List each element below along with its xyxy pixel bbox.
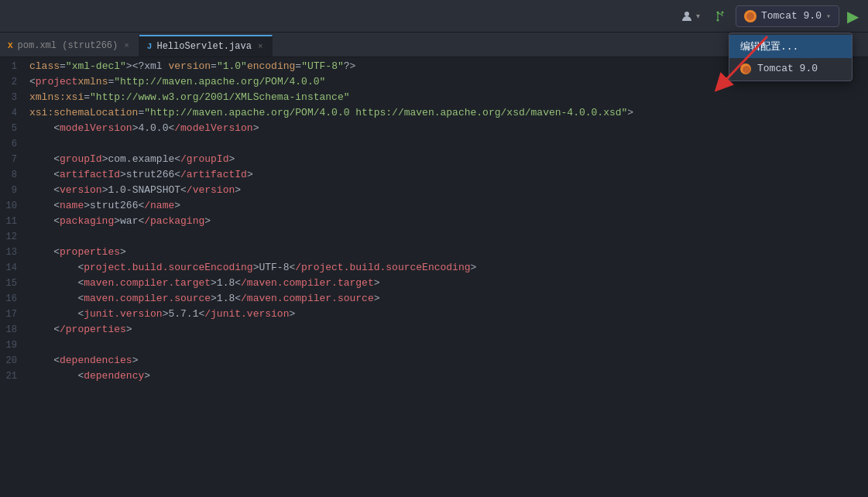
toolbar: ▾ Tomcat 9.0 ▾ ▶ — [0, 0, 868, 33]
code-line-9: <version>1.0-SNAPSHOT</version> — [29, 183, 868, 198]
code-line-7: <groupId>com.example</groupId> — [29, 152, 868, 167]
code-line-14: <project.build.sourceEncoding>UTF-8</pro… — [29, 260, 868, 276]
code-line-19 — [29, 338, 868, 353]
svg-point-0 — [684, 12, 689, 16]
line-number-7: 7 — [0, 152, 20, 167]
code-line-11: <packaging>war</packaging> — [29, 214, 868, 229]
line-number-14: 14 — [0, 260, 20, 276]
line-number-17: 17 — [0, 307, 20, 322]
tab-servlet-label: HelloServlet.java — [156, 41, 251, 52]
svg-point-2 — [721, 11, 723, 13]
line-number-8: 8 — [0, 167, 20, 183]
run-button[interactable]: ▶ — [844, 4, 862, 29]
dropdown-edit-config[interactable]: 编辑配置... — [729, 35, 852, 58]
tab-pom-close[interactable]: × — [122, 41, 131, 50]
svg-point-3 — [716, 19, 719, 21]
run-config-selector[interactable]: Tomcat 9.0 ▾ — [736, 5, 839, 27]
line-number-19: 19 — [0, 338, 20, 353]
line-number-10: 10 — [0, 198, 20, 214]
edit-config-label: 编辑配置... — [740, 39, 798, 53]
run-config-label: Tomcat 9.0 — [761, 10, 822, 22]
account-icon-btn[interactable]: ▾ — [676, 7, 705, 26]
code-line-3: xmlns:xsi="http://www.w3.org/2001/XMLSch… — [29, 90, 868, 105]
code-line-10: <name>strut266</name> — [29, 198, 868, 214]
chevron-down-icon: ▾ — [696, 12, 700, 20]
code-line-16: <maven.compiler.source>1.8</maven.compil… — [29, 291, 868, 307]
code-line-5: <modelVersion>4.0.0</modelVersion> — [29, 121, 868, 136]
line-number-4: 4 — [0, 105, 20, 121]
git-icon-btn[interactable] — [709, 7, 731, 26]
line-number-21: 21 — [0, 368, 20, 384]
line-number-13: −13 — [0, 245, 20, 260]
code-line-13: <properties> — [29, 245, 868, 260]
line-number-9: 9 — [0, 183, 20, 198]
code-line-8: <artifactId>strut266</artifactId> — [29, 167, 868, 183]
tomcat-icon-dropdown — [740, 63, 751, 74]
code-line-18: </properties> — [29, 322, 868, 338]
code-line-21: <dependency> — [29, 368, 868, 384]
xml-icon: X — [8, 41, 13, 50]
code-editor[interactable]: class="xml-decl"><?xml version="1.0" enc… — [23, 57, 868, 497]
line-number-2: −2 — [0, 74, 20, 90]
tomcat9-label: Tomcat 9.0 — [757, 63, 818, 74]
tomcat-icon — [744, 10, 756, 22]
code-line-6 — [29, 136, 868, 152]
line-numbers: 1−23456789101112−13141516171819−2021 — [0, 57, 23, 497]
code-line-15: <maven.compiler.target>1.8</maven.compil… — [29, 276, 868, 291]
line-number-16: 16 — [0, 291, 20, 307]
line-number-5: 5 — [0, 121, 20, 136]
code-line-12 — [29, 229, 868, 245]
dropdown-tomcat9[interactable]: Tomcat 9.0 — [729, 58, 852, 79]
line-number-1: 1 — [0, 59, 20, 74]
line-number-18: 18 — [0, 322, 20, 338]
editor-area: 1−23456789101112−13141516171819−2021 cla… — [0, 57, 868, 497]
line-number-20: −20 — [0, 353, 20, 368]
tab-servlet-close[interactable]: × — [256, 42, 265, 51]
code-line-20: <dependencies> — [29, 353, 868, 368]
line-number-12: 12 — [0, 229, 20, 245]
run-config-dropdown: 编辑配置... Tomcat 9.0 — [729, 33, 853, 81]
tab-pom[interactable]: X pom.xml (strut266) × — [0, 35, 139, 57]
line-number-15: 15 — [0, 276, 20, 291]
code-line-4: xsi:schemaLocation="http://maven.apache.… — [29, 105, 868, 121]
java-icon: J — [147, 42, 153, 51]
line-number-11: 11 — [0, 214, 20, 229]
dropdown-chevron: ▾ — [826, 12, 831, 21]
tab-servlet[interactable]: J HelloServlet.java × — [139, 35, 273, 57]
line-number-3: 3 — [0, 90, 20, 105]
tab-pom-label: pom.xml (strut266) — [18, 40, 118, 51]
play-icon: ▶ — [847, 7, 859, 26]
code-line-17: <junit.version>5.7.1</junit.version> — [29, 307, 868, 322]
line-number-6: 6 — [0, 136, 20, 152]
